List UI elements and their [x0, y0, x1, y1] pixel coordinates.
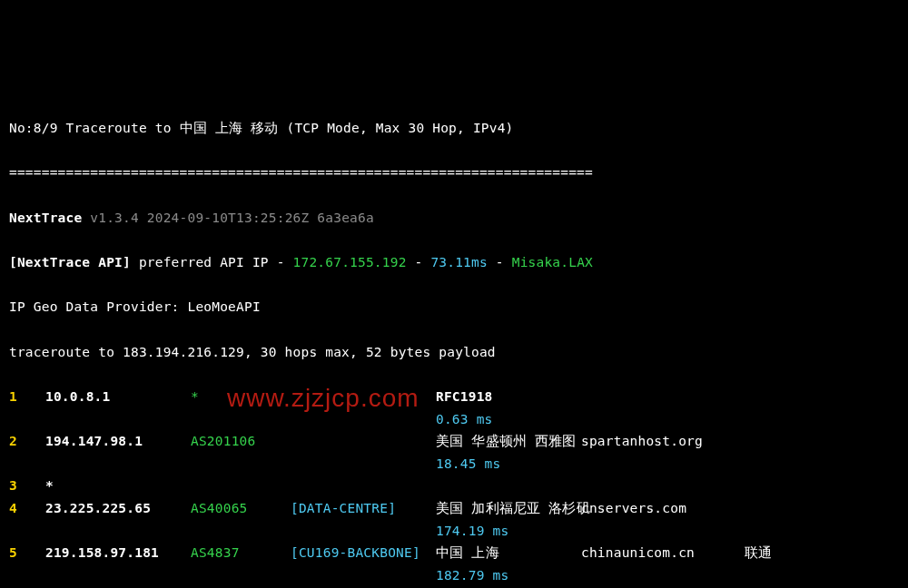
geo-provider: IP Geo Data Provider: LeoMoeAPI	[9, 296, 899, 318]
api-latency: 73.11ms	[430, 255, 488, 270]
hop-ip: 219.158.97.181	[45, 542, 191, 564]
hop-backbone-tag	[291, 475, 436, 497]
hop-row: 110.0.8.1*RFC1918	[9, 386, 899, 408]
api-ip: 172.67.155.192	[293, 255, 407, 270]
hop-latency: 182.79 ms	[436, 564, 508, 587]
hop-location: 美国 加利福尼亚 洛杉矶	[436, 497, 581, 520]
hop-row: 5219.158.97.181AS4837[CU169-BACKBONE]中国 …	[9, 542, 899, 564]
api-line: [NextTrace API] preferred API IP - 172.6…	[9, 251, 899, 274]
hop-backbone-tag: [DATA-CENTRE]	[291, 497, 436, 520]
hop-latency-row: 18.45 ms	[9, 453, 899, 475]
hop-domain: cnservers.com	[581, 497, 745, 520]
api-label: [NextTrace API]	[9, 255, 131, 270]
hop-domain	[581, 475, 745, 497]
hop-latency-row: 182.79 ms	[9, 564, 899, 587]
hop-backbone-tag: [CU169-BACKBONE]	[291, 542, 436, 564]
hop-asn: AS4837	[191, 542, 291, 564]
hop-number: 5	[9, 542, 45, 564]
api-text: preferred API IP -	[131, 255, 293, 270]
hop-isp	[745, 386, 817, 408]
api-location: Misaka.LAX	[512, 255, 593, 270]
hop-row: 423.225.225.65AS40065[DATA-CENTRE]美国 加利福…	[9, 497, 899, 520]
hop-latency-row: 174.19 ms	[9, 520, 899, 543]
separator: ========================================…	[9, 162, 899, 184]
hop-ip: 194.147.98.1	[45, 430, 191, 453]
hop-asn: AS201106	[191, 430, 291, 453]
hop-location: 美国 华盛顿州 西雅图	[436, 430, 581, 453]
hop-ip: 10.0.8.1	[45, 386, 191, 408]
app-version: v1.3.4 2024-09-10T13:25:26Z 6a3ea6a	[90, 211, 374, 225]
app-name: NextTrace	[9, 211, 82, 225]
hop-ip: *	[45, 475, 191, 497]
app-line: NextTrace v1.3.4 2024-09-10T13:25:26Z 6a…	[9, 207, 899, 230]
hops-list: 110.0.8.1*RFC19180.63 ms2194.147.98.1AS2…	[9, 386, 899, 588]
hop-row: 2194.147.98.1AS201106美国 华盛顿州 西雅图spartanh…	[9, 430, 899, 453]
hop-number: 2	[9, 430, 45, 453]
hop-isp: 联通	[745, 542, 817, 564]
hop-backbone-tag	[291, 430, 436, 453]
hop-latency: 174.19 ms	[436, 520, 508, 543]
terminal-output: No:8/9 Traceroute to 中国 上海 移动 (TCP Mode,…	[9, 95, 899, 588]
hop-isp	[745, 430, 817, 453]
hop-asn	[191, 475, 291, 497]
traceroute-line: traceroute to 183.194.216.129, 30 hops m…	[9, 341, 899, 364]
hop-location: 中国 上海	[436, 542, 581, 564]
hop-location	[436, 475, 581, 497]
hop-number: 4	[9, 497, 45, 520]
hop-backbone-tag	[291, 386, 436, 408]
hop-domain: spartanhost.org	[581, 430, 745, 453]
hop-isp	[745, 475, 817, 497]
hop-number: 1	[9, 386, 45, 408]
hop-location: RFC1918	[436, 386, 581, 408]
hop-latency: 0.63 ms	[436, 408, 493, 431]
hop-asn: *	[191, 386, 291, 408]
hop-domain	[581, 386, 745, 408]
hop-number: 3	[9, 475, 45, 497]
hop-ip: 23.225.225.65	[45, 497, 191, 520]
hop-latency-row: 0.63 ms	[9, 408, 899, 431]
hop-latency: 18.45 ms	[436, 453, 500, 475]
hop-asn: AS40065	[191, 497, 291, 520]
hop-isp	[745, 497, 817, 520]
hop-row: 3*	[9, 475, 899, 497]
hop-domain: chinaunicom.cn	[581, 542, 745, 564]
title-line: No:8/9 Traceroute to 中国 上海 移动 (TCP Mode,…	[9, 117, 899, 140]
